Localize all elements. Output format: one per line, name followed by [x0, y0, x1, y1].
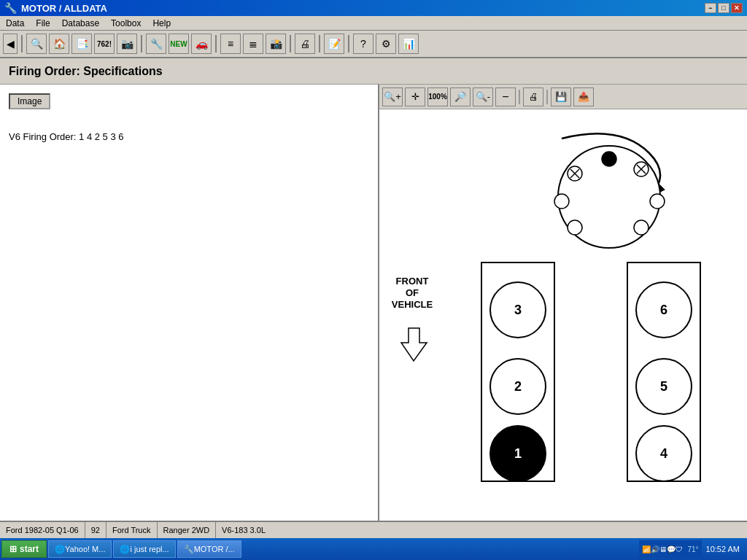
status-vehicle: Ford 1982-05 Q1-06 — [0, 522, 85, 538]
taskbar-right: 📶🔊🖥💬🛡 71° 10:52 AM — [639, 540, 746, 558]
toolbar-separator-4 — [290, 35, 291, 52]
taskbar-item-yahoo[interactable]: 🌐 Yahoo! M... — [48, 540, 112, 558]
car-button[interactable]: 🚗 — [191, 34, 212, 54]
ie-icon: 🌐 — [120, 545, 130, 554]
firing-order-text: V6 Firing Order: 1 4 2 5 3 6 — [9, 131, 369, 142]
windows-icon: ⊞ — [9, 544, 17, 554]
wrench-button[interactable]: 🔧 — [146, 34, 166, 54]
minimize-button[interactable]: − — [705, 3, 716, 13]
firing-order-diagram: FRONT OF VEHICLE 3 2 1 — [387, 117, 729, 496]
diag-separator-1 — [519, 90, 520, 104]
tray-temp: 71° — [687, 545, 698, 553]
print-diagram-button[interactable]: 🖨 — [523, 88, 543, 106]
close-button[interactable]: ✕ — [731, 3, 743, 13]
export-img-button[interactable]: 📤 — [573, 88, 594, 106]
zoom-in-button[interactable]: 🔍+ — [382, 88, 403, 106]
diag-separator-2 — [546, 90, 548, 104]
svg-text:2: 2 — [514, 379, 522, 394]
search-button[interactable]: 🔍 — [26, 34, 47, 54]
start-label: start — [20, 544, 39, 554]
svg-marker-16 — [401, 328, 427, 361]
pan-button[interactable]: ✛ — [405, 88, 425, 106]
left-panel: Image V6 Firing Order: 1 4 2 5 3 6 — [0, 85, 379, 521]
page-title: Firing Order: Specifications — [9, 65, 163, 78]
menu-data[interactable]: Data — [3, 18, 27, 29]
taskbar: ⊞ start 🌐 Yahoo! M... 🌐 i just repl... 🔧… — [0, 538, 747, 560]
motor-icon: 🔧 — [184, 545, 194, 554]
status-make-text: Ford Truck — [112, 526, 151, 534]
toolbar-separator-1 — [21, 35, 23, 52]
status-engine-text: V6-183 3.0L — [222, 526, 266, 534]
taskbar-item-repl[interactable]: 🌐 i just repl... — [113, 540, 175, 558]
toolbar-separator-3 — [215, 35, 217, 52]
menu-file[interactable]: File — [33, 18, 53, 29]
svg-text:5: 5 — [660, 379, 667, 394]
svg-text:VEHICLE: VEHICLE — [392, 299, 433, 310]
back-button[interactable]: ◀ — [3, 34, 18, 54]
toolbar-separator-2 — [141, 35, 142, 52]
list1-button[interactable]: ≡ — [220, 34, 241, 54]
zoom-out-btn[interactable]: 🔍- — [473, 88, 493, 106]
status-bar: Ford 1982-05 Q1-06 92 Ford Truck Ranger … — [0, 521, 747, 538]
counter-button[interactable]: 762! — [94, 34, 115, 54]
svg-point-11 — [568, 220, 582, 235]
yahoo-icon: 🌐 — [55, 545, 65, 554]
clock: 10:52 AM — [703, 545, 743, 553]
question-button[interactable]: ? — [353, 34, 374, 54]
status-year: 92 — [85, 522, 107, 538]
right-panel: 🔍+ ✛ 100% 🔎 🔍- − 🖨 💾 📤 — [379, 85, 747, 521]
toolbar-separator-5 — [319, 35, 320, 52]
app-title: MOTOR / ALLDATA — [21, 3, 107, 14]
svg-text:6: 6 — [660, 303, 667, 317]
menu-help[interactable]: Help — [150, 18, 174, 29]
app-icon: 🔧 — [4, 2, 17, 14]
svg-point-5 — [602, 152, 616, 166]
settings-button[interactable]: ⚙ — [376, 34, 396, 54]
taskbar-item-motor[interactable]: 🔧 MOTOR /... — [177, 540, 241, 558]
diagram-area: FRONT OF VEHICLE 3 2 1 — [379, 109, 747, 521]
main-toolbar: ◀ 🔍 🏠 📑 762! 📷 🔧 NEW 🚗 ≡ ≣ 📸 🖨 📝 ? ⚙ 📊 — [0, 31, 747, 58]
image-button[interactable]: Image — [9, 93, 50, 109]
status-make: Ford Truck — [107, 522, 158, 538]
svg-text:1: 1 — [514, 446, 522, 461]
svg-text:FRONT: FRONT — [396, 276, 429, 287]
status-vehicle-text: Ford 1982-05 Q1-06 — [6, 526, 79, 534]
export-button[interactable]: 📊 — [398, 34, 419, 54]
svg-point-9 — [650, 194, 665, 209]
status-engine: V6-183 3.0L — [216, 522, 271, 538]
maximize-button[interactable]: □ — [718, 3, 729, 13]
camera-button[interactable]: 📷 — [117, 34, 137, 54]
menu-bar: Data File Database Toolbox Help — [0, 16, 747, 31]
save-img-button[interactable]: 💾 — [551, 88, 571, 106]
menu-database[interactable]: Database — [59, 18, 102, 29]
main-content: Image V6 Firing Order: 1 4 2 5 3 6 🔍+ ✛ … — [0, 85, 747, 521]
zoom-fit-button[interactable]: 🔎 — [450, 88, 471, 106]
photo-button[interactable]: 📸 — [266, 34, 286, 54]
home-button[interactable]: 🏠 — [49, 34, 69, 54]
note-button[interactable]: 📝 — [324, 34, 344, 54]
new-car-button[interactable]: NEW — [169, 34, 189, 54]
svg-point-10 — [634, 220, 649, 235]
diagram-toolbar: 🔍+ ✛ 100% 🔎 🔍- − 🖨 💾 📤 — [379, 85, 747, 109]
status-model: Ranger 2WD — [158, 522, 217, 538]
system-tray: 📶🔊🖥💬🛡 71° — [639, 540, 701, 558]
zoom-minus-button[interactable]: − — [495, 88, 516, 106]
print-button[interactable]: 🖨 — [295, 34, 315, 54]
fit-button[interactable]: 100% — [427, 88, 448, 106]
svg-text:4: 4 — [660, 446, 667, 461]
menu-toolbox[interactable]: Toolbox — [108, 18, 144, 29]
list2-button[interactable]: ≣ — [243, 34, 263, 54]
svg-text:3: 3 — [514, 303, 522, 317]
svg-point-12 — [554, 194, 569, 209]
status-year-text: 92 — [91, 526, 100, 534]
tray-icons: 📶🔊🖥💬🛡 — [642, 545, 683, 553]
toolbar-separator-6 — [348, 35, 349, 52]
svg-text:OF: OF — [406, 287, 419, 298]
page-header: Firing Order: Specifications — [0, 58, 747, 85]
status-model-text: Ranger 2WD — [163, 526, 210, 534]
start-button[interactable]: ⊞ start — [1, 540, 47, 558]
title-bar: 🔧 MOTOR / ALLDATA − □ ✕ — [0, 0, 747, 16]
bookmark-button[interactable]: 📑 — [71, 34, 92, 54]
